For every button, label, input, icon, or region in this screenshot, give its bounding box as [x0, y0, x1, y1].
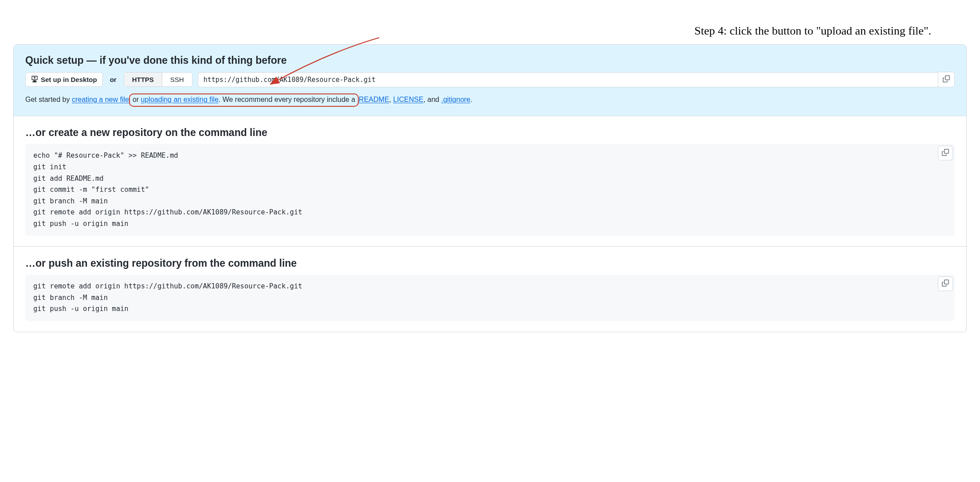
quick-setup-title: Quick setup — if you've done this kind o…: [25, 54, 955, 66]
tutorial-annotation: Step 4: click the button to "upload an e…: [694, 24, 931, 38]
create-repo-title: …or create a new repository on the comma…: [25, 127, 955, 139]
helper-text-part: .: [470, 96, 472, 103]
create-repo-code[interactable]: echo "# Resource-Pack" >> README.md git …: [33, 150, 947, 229]
helper-text-part: , and: [423, 96, 441, 103]
link-upload-existing-file[interactable]: uploading an existing file: [141, 96, 219, 103]
desktop-button-label: Set up in Desktop: [41, 76, 97, 83]
helper-text-part: . We recommend every repository include …: [219, 96, 355, 103]
push-repo-section: …or push an existing repository from the…: [14, 247, 966, 332]
clone-url-input[interactable]: [198, 72, 938, 87]
push-repo-codeblock: git remote add origin https://github.com…: [25, 275, 955, 321]
copy-create-code-button[interactable]: [938, 146, 953, 160]
protocol-tabs: HTTPS SSH: [124, 72, 192, 87]
or-separator: or: [103, 76, 124, 83]
helper-text-part: Get started by: [25, 96, 72, 103]
setup-in-desktop-button[interactable]: Set up in Desktop: [25, 72, 103, 87]
link-readme[interactable]: README: [359, 96, 389, 103]
link-license[interactable]: LICENSE: [393, 96, 423, 103]
repo-setup-panel: Quick setup — if you've done this kind o…: [13, 44, 967, 332]
copy-icon: [942, 149, 949, 157]
create-repo-section: …or create a new repository on the comma…: [14, 116, 966, 247]
desktop-download-icon: [31, 75, 38, 84]
tab-https[interactable]: HTTPS: [124, 73, 162, 86]
setup-controls-row: Set up in Desktop or HTTPS SSH: [25, 72, 955, 87]
link-create-new-file[interactable]: creating a new file: [72, 96, 129, 103]
quick-setup-section: Quick setup — if you've done this kind o…: [14, 45, 966, 116]
tab-ssh[interactable]: SSH: [162, 73, 192, 86]
copy-icon: [943, 75, 950, 84]
copy-icon: [942, 280, 949, 288]
helper-text-part: or: [133, 96, 141, 103]
copy-url-button[interactable]: [938, 72, 955, 87]
link-gitignore[interactable]: .gitignore: [441, 96, 470, 103]
copy-push-code-button[interactable]: [938, 276, 953, 291]
push-repo-title: …or push an existing repository from the…: [25, 257, 955, 269]
upload-link-highlight: or uploading an existing file. We recomm…: [129, 93, 359, 107]
helper-text: Get started by creating a new file or up…: [25, 93, 955, 107]
push-repo-code[interactable]: git remote add origin https://github.com…: [33, 281, 947, 315]
create-repo-codeblock: echo "# Resource-Pack" >> README.md git …: [25, 144, 955, 236]
